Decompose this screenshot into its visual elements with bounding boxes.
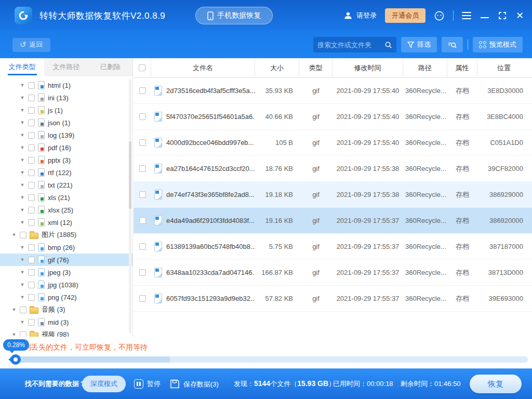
tree-item[interactable]: ▼ log (139) — [0, 129, 132, 141]
tree-checkbox[interactable] — [28, 244, 35, 251]
select-all-checkbox[interactable] — [139, 64, 145, 71]
tree-checkbox[interactable] — [28, 182, 35, 189]
table-row[interactable]: 6057fd93c151293a9d9eb32... 57.82 KB gif … — [134, 286, 532, 312]
advanced-search-button[interactable] — [442, 37, 463, 52]
search-input[interactable] — [317, 41, 384, 49]
tree-item[interactable]: ▼ xls (21) — [0, 191, 132, 204]
save-data-button[interactable]: 保存数据(3) — [170, 379, 219, 389]
tree-item[interactable]: ▼ png (742) — [0, 291, 132, 303]
table-row[interactable]: 5f470370e25651f54601a5a6... 40.66 KB gif… — [134, 104, 532, 130]
tree-checkbox[interactable] — [20, 232, 26, 238]
expander-icon[interactable]: ▼ — [20, 108, 25, 113]
tree-checkbox[interactable] — [28, 169, 35, 176]
col-path[interactable]: 路径 — [403, 58, 447, 77]
tree-item[interactable]: ▼ bmp (26) — [0, 241, 132, 254]
tree-checkbox[interactable] — [28, 132, 35, 139]
expander-icon[interactable]: ▼ — [20, 270, 25, 275]
pause-button[interactable]: 暂停 — [134, 379, 161, 389]
support-icon[interactable] — [434, 10, 445, 21]
expander-icon[interactable]: ▼ — [20, 220, 25, 225]
col-location[interactable]: 位置 — [477, 58, 530, 77]
tree-checkbox[interactable] — [20, 307, 26, 313]
row-checkbox[interactable] — [139, 191, 146, 198]
tab-file-path[interactable]: 文件路径 — [44, 58, 88, 76]
tree-item[interactable]: ▼ gif (76) — [0, 254, 132, 266]
tree-item[interactable]: ▼ xml (12) — [0, 216, 132, 229]
filter-button[interactable]: 筛选 — [401, 37, 437, 52]
col-size[interactable]: 大小 — [255, 58, 299, 77]
search-icon[interactable] — [384, 41, 392, 49]
progress-thumb[interactable] — [10, 354, 21, 365]
recover-button[interactable]: 恢复 — [470, 375, 522, 393]
tree-item[interactable]: ▼ jpeg (3) — [0, 266, 132, 278]
scan-progress-bar[interactable] — [9, 356, 528, 363]
row-checkbox[interactable] — [139, 113, 146, 120]
tree-checkbox[interactable] — [28, 194, 35, 201]
tab-file-type[interactable]: 文件类型 — [0, 58, 44, 76]
col-attr[interactable]: 属性 — [447, 58, 477, 77]
tree-checkbox[interactable] — [28, 119, 35, 126]
table-row[interactable]: ea27b164c476152cd3ccf20... 18.76 KB gif … — [134, 156, 532, 182]
tree-item[interactable]: ▼ js (1) — [0, 104, 132, 116]
tree-checkbox[interactable] — [28, 269, 35, 276]
tree-item[interactable]: ▼ pdf (16) — [0, 141, 132, 154]
table-row[interactable]: 6348aa10233cda7ad047146... 166.87 KB gif… — [134, 260, 532, 286]
tree-item[interactable]: ▼ xlsx (25) — [0, 204, 132, 216]
table-row[interactable]: de74ef743f3e365bf8fe2ad8... 19.18 KB gif… — [134, 182, 532, 208]
tree-item[interactable]: ▼ html (1) — [0, 79, 132, 91]
tree-checkbox[interactable] — [28, 294, 35, 301]
expander-icon[interactable]: ▼ — [20, 120, 25, 125]
expander-icon[interactable]: ▼ — [20, 157, 25, 163]
minimize-button[interactable] — [481, 17, 489, 19]
login-button[interactable]: 请登录 — [343, 11, 377, 20]
tree-checkbox[interactable] — [28, 107, 35, 114]
expander-icon[interactable]: ▼ — [20, 170, 25, 175]
expander-icon[interactable]: ▼ — [20, 282, 25, 287]
row-checkbox[interactable] — [139, 295, 146, 302]
row-checkbox[interactable] — [139, 243, 146, 250]
row-checkbox[interactable] — [139, 269, 146, 276]
maximize-button[interactable] — [498, 11, 507, 20]
table-row[interactable]: e4da49ad6f2910f3fdd4083f... 19.16 KB gif… — [134, 208, 532, 234]
close-button[interactable]: ✕ — [516, 11, 524, 20]
expander-icon[interactable]: ▼ — [20, 320, 25, 325]
back-button[interactable]: ↺ 返回 — [12, 38, 50, 52]
col-type[interactable]: 类型 — [299, 58, 332, 77]
col-modified[interactable]: 修改时间 — [332, 58, 403, 77]
col-filename[interactable]: 文件名 — [151, 58, 255, 77]
expander-icon[interactable]: ▼ — [20, 257, 25, 262]
tab-deleted[interactable]: 已删除 — [88, 58, 132, 76]
row-checkbox[interactable] — [139, 139, 146, 146]
expander-icon[interactable]: ▼ — [20, 207, 25, 212]
tree-checkbox[interactable] — [28, 282, 35, 288]
tree-item[interactable]: ▼ pptx (3) — [0, 154, 132, 166]
tree-checkbox[interactable] — [28, 157, 35, 164]
expander-icon[interactable]: ▼ — [20, 95, 25, 100]
tree-item[interactable]: ▼ txt (221) — [0, 179, 132, 191]
tree-item[interactable]: ▼ 图片 (1885) — [0, 229, 132, 241]
search-box[interactable] — [313, 37, 396, 52]
expander-icon[interactable]: ▼ — [20, 295, 25, 300]
tree-checkbox[interactable] — [28, 144, 35, 151]
tree-checkbox[interactable] — [28, 257, 35, 263]
expander-icon[interactable]: ▼ — [20, 195, 25, 200]
vip-upgrade-button[interactable]: 开通会员 — [385, 8, 425, 23]
row-checkbox[interactable] — [139, 217, 146, 224]
tree-item[interactable]: ▼ ini (13) — [0, 91, 132, 104]
table-row[interactable]: 2d73516cedb4f3af5cfff3e5a... 35.93 KB gi… — [134, 78, 532, 104]
tree-checkbox[interactable] — [28, 219, 35, 226]
tree-checkbox[interactable] — [28, 82, 35, 89]
table-row[interactable]: 4000d92bcce046bdd997eb... 105 B gif 2021… — [134, 130, 532, 156]
tree-item[interactable]: ▼ jpg (1038) — [0, 278, 132, 291]
tree-item[interactable]: ▼ 音频 (3) — [0, 303, 132, 316]
table-row[interactable]: 61389139a60bc5748fb40b8... 5.75 KB gif 2… — [134, 234, 532, 260]
tree-item[interactable]: ▼ rtf (122) — [0, 166, 132, 179]
expander-icon[interactable]: ▼ — [20, 132, 25, 138]
expander-icon[interactable]: ▼ — [20, 182, 25, 188]
tree-item[interactable]: ▼ mid (3) — [0, 316, 132, 328]
tree-checkbox[interactable] — [28, 319, 35, 326]
expander-icon[interactable]: ▼ — [20, 83, 25, 88]
deep-mode-button[interactable]: 深度模式 — [82, 376, 126, 392]
expander-icon[interactable]: ▼ — [11, 232, 17, 237]
expander-icon[interactable]: ▼ — [20, 245, 25, 250]
